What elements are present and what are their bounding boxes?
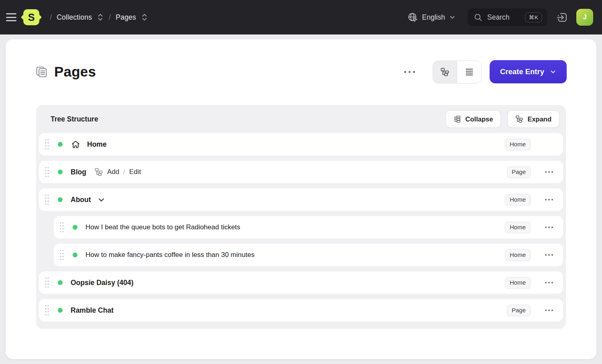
search-label: Search <box>487 13 509 22</box>
page-header: Pages Create Entry <box>35 60 567 83</box>
published-status-dot <box>73 253 77 257</box>
list-view-icon <box>465 67 474 77</box>
expand-tree-icon <box>515 115 523 123</box>
home-icon <box>71 140 81 150</box>
breadcrumb: / Collections / Pages <box>50 13 148 22</box>
tree-row-about[interactable]: About Home <box>39 188 563 211</box>
globe-cursor-icon <box>407 12 418 23</box>
drag-handle-icon[interactable] <box>44 138 50 150</box>
collections-switcher-icon[interactable] <box>97 13 104 21</box>
search-shortcut-badge: ⌘K <box>525 12 542 22</box>
published-status-dot <box>58 170 63 174</box>
entry-label: About <box>71 196 91 204</box>
expand-label: Expand <box>527 115 551 123</box>
drag-handle-icon[interactable] <box>59 249 65 261</box>
chevron-down-icon <box>449 14 456 20</box>
page-title: Pages <box>54 64 96 80</box>
tree-row-home[interactable]: Home Home <box>39 133 563 156</box>
collapse-button[interactable]: Collapse <box>445 110 501 128</box>
expand-button[interactable]: Expand <box>507 110 559 128</box>
content-type-badge: Page <box>507 166 531 178</box>
breadcrumb-pages[interactable]: Pages <box>116 13 136 22</box>
search-input[interactable]: Search ⌘K <box>468 8 547 26</box>
tree-rows: Home Home Blog <box>36 128 566 322</box>
create-entry-label: Create Entry <box>500 67 544 76</box>
drag-handle-icon[interactable] <box>44 194 50 206</box>
entry-label: How I beat the queue bots to get Radiohe… <box>85 223 240 231</box>
tree-structure-panel: Tree Structure Collapse <box>36 105 566 329</box>
exit-icon <box>556 11 568 24</box>
tree-view-toggle[interactable] <box>433 61 458 83</box>
tree-row-blog[interactable]: Blog Add / Edit Page <box>39 161 563 183</box>
entry-label: Blog <box>71 168 86 176</box>
breadcrumb-separator: / <box>109 13 111 22</box>
collapse-children-chevron-icon[interactable] <box>98 196 105 204</box>
row-options-menu-button[interactable] <box>544 224 554 231</box>
breadcrumb-collections[interactable]: Collections <box>57 13 92 22</box>
search-icon <box>474 13 482 22</box>
pages-icon <box>35 66 48 78</box>
avatar-initial: J <box>583 13 586 21</box>
drag-handle-icon[interactable] <box>44 277 50 289</box>
tree-panel-header: Tree Structure Collapse <box>36 105 566 128</box>
row-options-menu-button[interactable] <box>544 196 554 203</box>
main-content-card: Pages Create Entry <box>6 39 596 359</box>
add-edit-actions: Add / Edit <box>94 168 141 176</box>
collapse-label: Collapse <box>466 115 493 123</box>
content-type-badge: Home <box>505 277 531 289</box>
chevron-down-icon <box>550 69 556 75</box>
content-type-badge: Home <box>505 194 531 206</box>
page-options-menu-button[interactable] <box>401 68 418 76</box>
edit-link[interactable]: Edit <box>129 168 141 176</box>
drag-handle-icon[interactable] <box>59 221 65 233</box>
content-type-badge: Home <box>505 222 531 233</box>
tree-view-icon <box>440 67 449 77</box>
row-options-menu-button[interactable] <box>544 252 554 258</box>
entry-label: Oopsie Daisy (404) <box>71 279 134 287</box>
row-options-menu-button[interactable] <box>544 307 554 313</box>
entry-label: How to make fancy-pants coffee in less t… <box>85 251 254 259</box>
breadcrumb-separator: / <box>50 13 52 22</box>
published-status-dot <box>58 197 63 202</box>
collapse-tree-icon <box>454 115 462 123</box>
content-type-badge: Home <box>505 139 531 150</box>
menu-icon[interactable] <box>6 13 16 21</box>
create-entry-button[interactable]: Create Entry <box>490 60 567 83</box>
published-status-dot <box>73 225 77 230</box>
row-options-menu-button[interactable] <box>544 279 554 286</box>
content-type-badge: Page <box>507 305 531 316</box>
tree-row-radiohead-tickets[interactable]: How I beat the queue bots to get Radiohe… <box>54 216 563 239</box>
entry-label: Home <box>87 140 107 149</box>
published-status-dot <box>58 280 63 285</box>
tree-row-fancy-pants-coffee[interactable]: How to make fancy-pants coffee in less t… <box>54 244 563 266</box>
tree-row-oopsie-daisy[interactable]: Oopsie Daisy (404) Home <box>39 271 563 294</box>
drag-handle-icon[interactable] <box>44 166 50 178</box>
topbar: S / Collections / Pages English Search ⌘… <box>0 0 602 34</box>
published-status-dot <box>58 308 63 313</box>
list-view-toggle[interactable] <box>457 61 481 83</box>
drag-handle-icon[interactable] <box>44 304 50 316</box>
row-options-menu-button[interactable] <box>544 169 554 175</box>
pages-switcher-icon[interactable] <box>141 13 148 21</box>
add-link[interactable]: Add <box>107 168 119 176</box>
exit-editor-button[interactable] <box>556 11 568 24</box>
language-selector[interactable]: English <box>407 12 456 23</box>
avatar[interactable]: J <box>576 9 593 26</box>
add-edit-separator: / <box>123 168 125 176</box>
subtree-icon <box>94 168 103 176</box>
logo-letter: S <box>28 12 35 23</box>
tree-row-ramble-chat[interactable]: Ramble Chat Page <box>39 299 563 322</box>
entry-label: Ramble Chat <box>71 306 114 315</box>
language-label: English <box>422 13 445 22</box>
app-logo[interactable]: S <box>23 9 39 25</box>
content-type-badge: Home <box>505 249 531 261</box>
tree-panel-title: Tree Structure <box>51 115 98 123</box>
published-status-dot <box>58 142 63 147</box>
view-toggle <box>433 61 482 83</box>
